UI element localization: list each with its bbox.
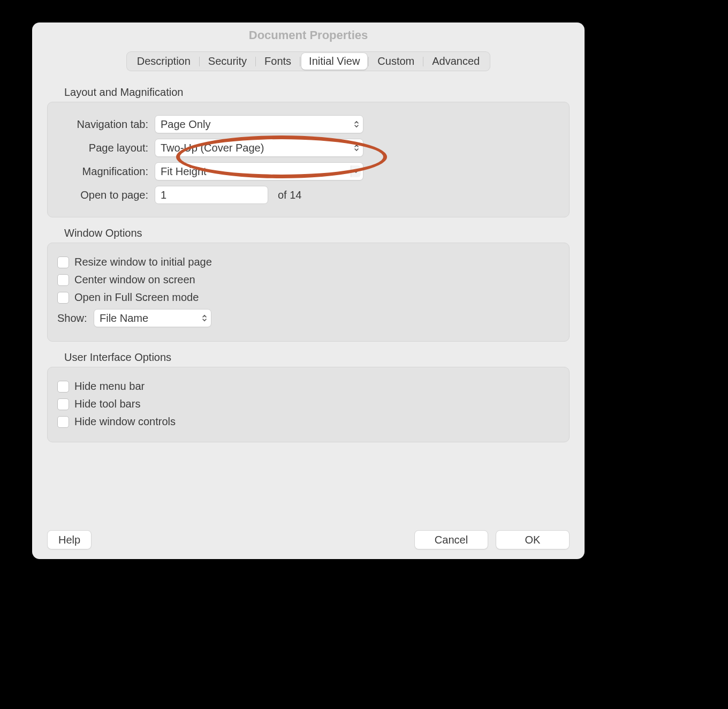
ui-options-panel: Hide menu bar Hide tool bars Hide window… [47, 367, 570, 442]
hide-menu-label: Hide menu bar [74, 380, 145, 393]
hide-window-controls-label: Hide window controls [74, 416, 176, 428]
dialog-footer: Help Cancel OK [32, 530, 585, 549]
magnification-label: Magnification: [57, 165, 155, 178]
hide-menu-checkbox[interactable] [57, 381, 69, 393]
nav-tab-dropdown[interactable]: Page Only [155, 115, 363, 133]
updown-icon [202, 314, 207, 322]
nav-tab-label: Navigation tab: [57, 118, 155, 131]
tab-separator [368, 57, 369, 66]
updown-icon [354, 120, 359, 129]
tab-separator [300, 57, 300, 66]
open-to-page-input[interactable]: 1 [155, 186, 268, 204]
show-dropdown[interactable]: File Name [94, 309, 211, 327]
cancel-button[interactable]: Cancel [414, 530, 488, 549]
section-header-ui: User Interface Options [64, 351, 570, 364]
ok-button[interactable]: OK [496, 530, 570, 549]
section-header-window: Window Options [64, 227, 570, 239]
tab-custom[interactable]: Custom [370, 53, 422, 70]
center-window-label: Center window on screen [74, 274, 195, 286]
document-properties-window: Document Properties Description Security… [32, 22, 585, 559]
resize-window-checkbox[interactable] [57, 257, 69, 268]
show-label: Show: [57, 312, 94, 325]
hide-tool-label: Hide tool bars [74, 398, 140, 410]
tab-separator [199, 57, 200, 66]
section-header-layout: Layout and Magnification [64, 86, 570, 99]
center-window-checkbox[interactable] [57, 274, 69, 286]
fullscreen-checkbox[interactable] [57, 292, 69, 304]
fullscreen-label: Open in Full Screen mode [74, 291, 199, 304]
magnification-value: Fit Height [161, 165, 207, 178]
magnification-combobox[interactable]: Fit Height [155, 162, 363, 180]
window-options-panel: Resize window to initial page Center win… [47, 243, 570, 342]
tab-separator [255, 57, 256, 66]
tab-advanced[interactable]: Advanced [424, 53, 487, 70]
updown-icon [354, 144, 359, 152]
tab-separator [423, 57, 423, 66]
nav-tab-value: Page Only [161, 118, 210, 131]
window-title: Document Properties [32, 22, 585, 48]
tab-security[interactable]: Security [201, 53, 254, 70]
layout-panel: Navigation tab: Page Only Page layout: T… [47, 102, 570, 217]
tab-fonts[interactable]: Fonts [257, 53, 299, 70]
tab-description[interactable]: Description [130, 53, 198, 70]
tab-initial-view[interactable]: Initial View [301, 53, 367, 70]
help-button[interactable]: Help [47, 530, 92, 549]
of-pages-label: of 14 [278, 189, 301, 201]
open-to-page-label: Open to page: [57, 189, 155, 201]
show-value: File Name [100, 312, 148, 325]
page-layout-dropdown[interactable]: Two-Up (Cover Page) [155, 139, 363, 157]
page-layout-label: Page layout: [57, 142, 155, 154]
hide-tool-checkbox[interactable] [57, 398, 69, 410]
tab-bar: Description Security Fonts Initial View … [126, 51, 490, 71]
chevron-down-icon [351, 165, 361, 177]
hide-window-controls-checkbox[interactable] [57, 416, 69, 428]
resize-window-label: Resize window to initial page [74, 256, 212, 268]
page-layout-value: Two-Up (Cover Page) [161, 142, 264, 154]
open-to-page-value: 1 [161, 189, 166, 201]
